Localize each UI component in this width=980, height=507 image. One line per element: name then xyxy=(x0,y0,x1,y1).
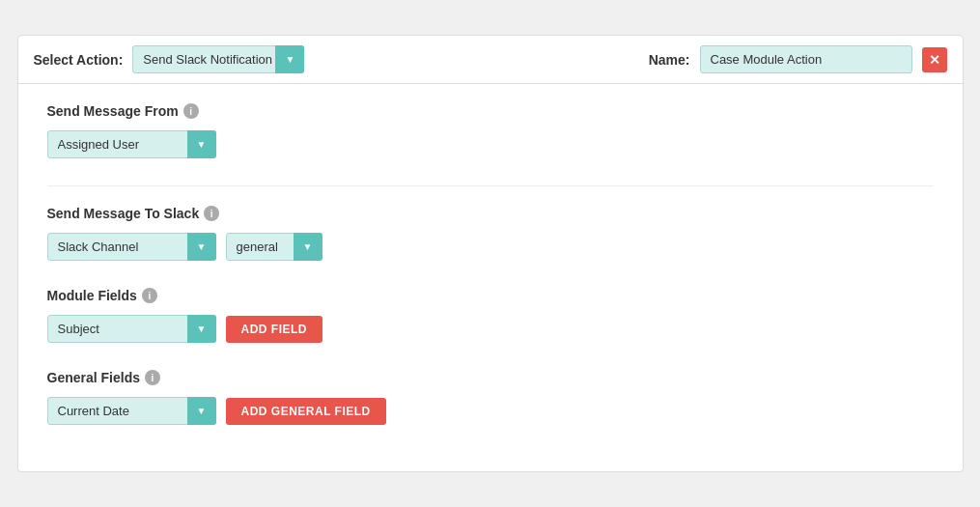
assigned-user-wrapper: Assigned User xyxy=(47,130,216,158)
send-message-from-info-icon[interactable]: i xyxy=(183,103,199,119)
general-fields-dropdown-wrapper: Current Date xyxy=(47,397,216,425)
send-message-to-slack-section: Send Message To Slack i Slack Channel ge… xyxy=(47,206,934,261)
general-fields-title: General Fields i xyxy=(47,370,934,385)
header-row: Select Action: Send Slack Notification N… xyxy=(18,36,963,84)
module-fields-dropdown-wrapper: Subject xyxy=(47,315,216,343)
header-left: Select Action: Send Slack Notification xyxy=(34,45,305,73)
module-fields-row: Subject ADD FIELD xyxy=(47,315,934,343)
send-message-to-slack-info-icon[interactable]: i xyxy=(204,206,219,221)
name-label: Name: xyxy=(649,52,690,68)
close-button[interactable]: ✕ xyxy=(922,47,947,72)
module-fields-title: Module Fields i xyxy=(47,288,934,303)
general-fields-row: Current Date ADD GENERAL FIELD xyxy=(47,397,934,425)
send-message-from-section: Send Message From i Assigned User xyxy=(47,103,934,158)
assigned-user-dropdown[interactable]: Assigned User xyxy=(47,130,216,158)
slack-channel-type-dropdown[interactable]: Slack Channel xyxy=(47,233,216,261)
general-fields-section: General Fields i Current Date ADD GENERA… xyxy=(47,370,934,425)
general-fields-info-icon[interactable]: i xyxy=(145,370,160,385)
send-message-from-title: Send Message From i xyxy=(47,103,934,119)
select-action-label: Select Action: xyxy=(34,52,124,68)
divider-1 xyxy=(47,185,934,186)
content-area: Send Message From i Assigned User Send M… xyxy=(18,84,963,471)
slack-channel-name-wrapper: general xyxy=(226,233,322,261)
main-container: Select Action: Send Slack Notification N… xyxy=(17,35,964,472)
module-fields-section: Module Fields i Subject ADD FIELD xyxy=(47,288,934,343)
slack-channel-name-dropdown[interactable]: general xyxy=(226,233,322,261)
module-fields-dropdown[interactable]: Subject xyxy=(47,315,216,343)
general-fields-dropdown[interactable]: Current Date xyxy=(47,397,216,425)
send-message-from-fields: Assigned User xyxy=(47,130,934,158)
select-action-dropdown[interactable]: Send Slack Notification xyxy=(132,45,304,73)
add-general-field-button[interactable]: ADD GENERAL FIELD xyxy=(226,398,386,425)
send-message-to-slack-fields: Slack Channel general xyxy=(47,233,934,261)
select-action-wrapper: Send Slack Notification xyxy=(132,45,304,73)
add-field-button[interactable]: ADD FIELD xyxy=(226,316,323,343)
send-message-to-slack-title: Send Message To Slack i xyxy=(47,206,934,221)
name-input[interactable] xyxy=(700,45,912,73)
header-right: Name: ✕ xyxy=(649,45,947,73)
module-fields-info-icon[interactable]: i xyxy=(142,288,157,303)
slack-channel-type-wrapper: Slack Channel xyxy=(47,233,216,261)
